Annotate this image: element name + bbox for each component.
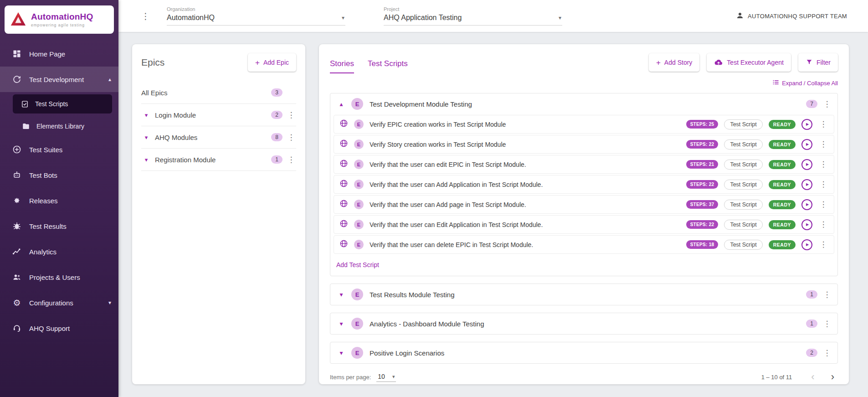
kebab-menu-icon[interactable]: ⋮ (818, 180, 828, 189)
kebab-menu-icon[interactable]: ⋮ (822, 319, 832, 329)
sidebar-item-test-scripts[interactable]: Test Scripts (13, 94, 112, 113)
epic-group-title: Positive Login Scenarios (370, 349, 801, 357)
epic-group-title: Test Results Module Testing (370, 291, 801, 299)
kebab-menu-icon[interactable]: ⋮ (818, 240, 828, 249)
expand-collapse-all-link[interactable]: Expand / Collapse All (772, 79, 838, 87)
epic-group-header[interactable]: ▴ E Test Development Module Testing 7 ⋮ (330, 93, 837, 114)
chevron-up-icon[interactable]: ▴ (108, 76, 111, 82)
epic-group-collapsed[interactable]: ▾ E Positive Login Scenarios 2 ⋮ (330, 342, 838, 364)
sidebar-item-configurations[interactable]: ⚙ Configurations ▾ (0, 290, 118, 315)
epic-list-item-all[interactable]: All Epics 3 ⋮ (141, 82, 296, 104)
circle-plus-icon (12, 145, 22, 154)
test-executor-agent-button[interactable]: Test Executor Agent (707, 53, 791, 72)
kebab-menu-icon[interactable]: ⋮ (822, 290, 832, 299)
pagination: Items per page: 10 ▾ 1 – 10 of 11 ‹ › (330, 372, 838, 382)
next-page-button[interactable]: › (831, 372, 834, 382)
sidebar-item-projects-users[interactable]: Projects & Users (0, 264, 118, 290)
chevron-down-icon[interactable]: ▾ (141, 112, 151, 119)
gear-icon: ⚙ (12, 298, 22, 308)
chevron-down-icon[interactable]: ▾ (141, 156, 151, 163)
chevron-down-icon[interactable]: ▾ (336, 320, 347, 327)
sidebar-item-releases[interactable]: Releases (0, 188, 118, 213)
globe-icon (339, 159, 348, 170)
add-test-script-link[interactable]: Add Test Script (330, 255, 837, 276)
chevron-down-icon[interactable]: ▾ (141, 134, 151, 141)
story-row[interactable]: E Verify Story creation works in Test Sc… (334, 135, 834, 154)
sidebar-item-test-results[interactable]: Test Results (0, 213, 118, 239)
sidebar-item-test-development[interactable]: Test Development ▴ (0, 67, 118, 92)
add-epic-button[interactable]: + Add Epic (248, 53, 296, 72)
items-per-page-select[interactable]: 10 ▾ (376, 372, 396, 382)
sidebar-item-elements-library[interactable]: Elements Library (0, 116, 118, 137)
chevron-down-icon[interactable]: ▾ (559, 15, 561, 21)
epic-avatar: E (354, 200, 364, 209)
story-row[interactable]: E Verify that the user can Edit Applicat… (334, 215, 834, 234)
run-button[interactable]: ▶ (801, 219, 812, 230)
chevron-up-icon[interactable]: ▴ (336, 100, 347, 108)
kebab-menu-icon[interactable]: ⋮ (818, 220, 828, 229)
run-button[interactable]: ▶ (801, 199, 812, 210)
chevron-down-icon[interactable]: ▾ (336, 349, 347, 356)
run-button[interactable]: ▶ (801, 159, 812, 170)
epic-group-collapsed[interactable]: ▾ E Test Results Module Testing 1 ⋮ (330, 284, 838, 305)
story-row[interactable]: E Verify that the user can edit EPIC in … (334, 155, 834, 174)
filter-button[interactable]: Filter (798, 53, 838, 72)
epic-group-collapsed[interactable]: ▾ E Analytics - Dashboard Module Testing… (330, 313, 838, 335)
kebab-menu-icon[interactable]: ⋮ (818, 200, 828, 209)
epic-label: AHQ Modules (155, 134, 267, 141)
epic-avatar: E (354, 240, 364, 249)
epic-list-item[interactable]: ▾ Registration Module 1 ⋮ (141, 149, 296, 171)
globe-icon (339, 239, 348, 250)
type-chip: Test Script (724, 160, 762, 170)
kebab-menu-icon[interactable]: ⋮ (822, 99, 832, 109)
tab-stories[interactable]: Stories (330, 59, 354, 73)
sidebar-item-analytics[interactable]: Analytics (0, 239, 118, 264)
kebab-menu-icon[interactable]: ⋮ (818, 119, 828, 129)
globe-icon (339, 219, 348, 230)
run-button[interactable]: ▶ (801, 119, 812, 130)
sidebar-item-test-suites[interactable]: Test Suites (0, 137, 118, 162)
kebab-menu-icon[interactable]: ⋮ (286, 110, 296, 120)
story-row[interactable]: E Verify EPIC creation works in Test Scr… (334, 115, 834, 134)
kebab-menu-icon[interactable]: ⋮ (822, 348, 832, 358)
status-badge: READY (769, 220, 796, 229)
epic-list-item[interactable]: ▾ Login Module 2 ⋮ (141, 104, 296, 126)
sidebar-item-label: Home Page (29, 50, 65, 58)
page-range-label: 1 – 10 of 11 (761, 374, 792, 381)
chevron-down-icon[interactable]: ▾ (108, 299, 111, 306)
steps-badge: STEPS: 18 (686, 240, 719, 249)
epic-avatar: E (351, 98, 363, 110)
app-root: AutomationHQ empowering agile testing Ho… (0, 0, 868, 397)
more-options-icon[interactable]: ⋮ (141, 11, 149, 21)
story-row[interactable]: E Verify that the user can delete EPIC i… (334, 235, 834, 254)
previous-page-button[interactable]: ‹ (811, 372, 814, 382)
story-row[interactable]: E Verify that the user can Add Applicati… (334, 175, 834, 194)
run-button[interactable]: ▶ (801, 179, 812, 190)
kebab-menu-icon[interactable]: ⋮ (286, 133, 296, 142)
epics-panel: Epics + Add Epic All Epics 3 ⋮ ▾ Login M… (132, 44, 305, 384)
epic-avatar: E (354, 220, 364, 229)
kebab-menu-icon[interactable]: ⋮ (818, 160, 828, 169)
user-menu[interactable]: AUTOMATIONHQ SUPPORT TEAM (736, 11, 847, 21)
sidebar-item-home-page[interactable]: Home Page (0, 41, 118, 67)
sidebar-item-test-bots[interactable]: Test Bots (0, 162, 118, 188)
kebab-menu-icon[interactable]: ⋮ (286, 155, 296, 165)
project-select[interactable]: Project AHQ Application Testing ▾ (384, 6, 562, 26)
epic-group-count-badge: 1 (806, 290, 817, 299)
sidebar-item-label: Configurations (29, 299, 73, 307)
run-button[interactable]: ▶ (801, 239, 812, 250)
sidebar-item-ahq-support[interactable]: AHQ Support (0, 315, 118, 341)
add-story-button[interactable]: + Add Story (649, 53, 699, 72)
kebab-menu-icon[interactable]: ⋮ (818, 139, 828, 149)
story-row[interactable]: E Verify that the user can Add page in T… (334, 195, 834, 214)
story-title: Verify that the user can Edit Applicatio… (370, 221, 680, 228)
logo[interactable]: AutomationHQ empowering agile testing (5, 5, 114, 34)
chevron-down-icon[interactable]: ▾ (336, 291, 347, 298)
test-scripts-icon (20, 100, 30, 108)
chevron-down-icon[interactable]: ▾ (342, 15, 344, 21)
sidebar-item-label: Test Suites (29, 146, 62, 154)
tab-test-scripts[interactable]: Test Scripts (368, 59, 408, 73)
run-button[interactable]: ▶ (801, 139, 812, 150)
organization-select[interactable]: Organization AutomationHQ ▾ (167, 6, 345, 26)
epic-list-item[interactable]: ▾ AHQ Modules 8 ⋮ (141, 126, 296, 149)
